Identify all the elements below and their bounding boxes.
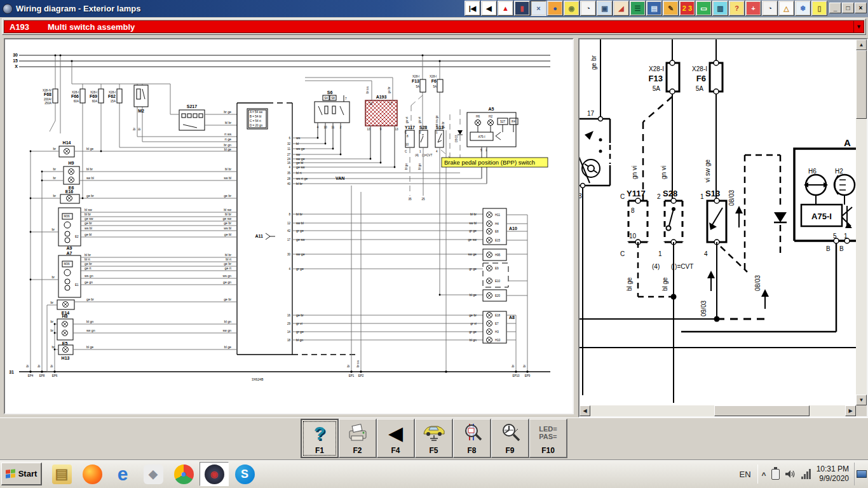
- diagram-label: EP1: [349, 374, 355, 377]
- horizontal-scrollbar-thumb[interactable]: [714, 405, 810, 416]
- diagram-label: H10: [495, 339, 501, 342]
- numbers-icon[interactable]: 2 3: [679, 1, 695, 16]
- diagram-label: bl ge: [626, 277, 633, 291]
- vertical-scrollbar[interactable]: ▲ ▼: [856, 39, 867, 405]
- diagram-label: A193: [376, 95, 387, 99]
- diagram-label: E16: [65, 189, 74, 194]
- diagram-label: bl rt: [85, 257, 90, 261]
- f10-led-pas-button[interactable]: LED= PAS= F10: [529, 419, 567, 458]
- f2-print-button[interactable]: F2: [339, 419, 377, 458]
- diagram-label: A9: [67, 246, 72, 250]
- diagnostics-app-icon[interactable]: ◆: [139, 462, 168, 486]
- vertical-scrollbar-thumb[interactable]: [856, 50, 867, 119]
- go-first-icon[interactable]: |◀: [465, 1, 480, 16]
- wiring-app-icon[interactable]: ◉: [200, 462, 229, 486]
- file-manager-icon[interactable]: ▤: [47, 462, 76, 486]
- wiring-diagram-zoom-panel[interactable]: ge br173X28-IF135AX28-IF65Agn vign vivi …: [578, 38, 868, 417]
- mouse-icon[interactable]: ◉: [564, 1, 580, 16]
- warning-icon[interactable]: ▲: [498, 1, 513, 16]
- f5-car-ground-button[interactable]: F5: [415, 419, 453, 458]
- f9-component-search-button[interactable]: F9: [491, 419, 529, 458]
- climate-icon[interactable]: ❄: [795, 1, 811, 16]
- pen-note-icon[interactable]: ✎: [663, 1, 679, 16]
- diagram-label: ge gn: [85, 280, 93, 284]
- show-desktop-button[interactable]: [854, 463, 868, 485]
- diagram-label: 60A: [92, 100, 98, 103]
- scroll-left-button[interactable]: ◀: [580, 405, 590, 416]
- titlebar: Wiring diagram - Exterior lamps |◀ ◀ ▲ ▮: [0, 0, 868, 17]
- banner-dropdown-button[interactable]: ▼: [854, 20, 864, 33]
- diagram-label: EP2: [358, 374, 364, 377]
- close-button[interactable]: ×: [855, 3, 867, 13]
- clock[interactable]: 10:31 PM 9/9/2020: [817, 464, 849, 484]
- diagram-label: 11: [287, 147, 290, 151]
- maximize-button[interactable]: □: [842, 3, 854, 13]
- diagram-label: 17: [287, 238, 291, 241]
- diagnostic-socket-icon[interactable]: ▮: [514, 1, 530, 16]
- diagram-label: 5A: [433, 85, 437, 88]
- technician-icon[interactable]: ▣: [597, 1, 613, 16]
- printer-icon[interactable]: ▭: [696, 1, 712, 16]
- diagram-label: 5A: [653, 85, 661, 92]
- diagram-label: sw ge: [468, 252, 477, 256]
- diagram-label: 5: [833, 233, 837, 240]
- diagram-label: br: [50, 329, 53, 332]
- language-indicator[interactable]: EN: [740, 470, 751, 479]
- skype-icon[interactable]: S: [230, 462, 259, 486]
- diagram-label: gr vi: [296, 322, 302, 325]
- diagram-label: ws bl: [85, 226, 92, 230]
- minimize-button[interactable]: _: [829, 3, 841, 13]
- diagram-label: 13: [367, 128, 370, 131]
- diagram-label: sw bl: [224, 176, 231, 180]
- diagram-label: 15: [13, 58, 18, 63]
- service-tools-icon[interactable]: ×: [531, 1, 546, 16]
- diagram-label: 4: [288, 268, 290, 271]
- lift-icon[interactable]: ☰: [630, 1, 646, 16]
- wiring-diagram-overview-panel[interactable]: 3015X31X28-IVF68200A/250AX28-IF6660AX28-…: [4, 38, 574, 414]
- garage-icon[interactable]: ▤: [646, 1, 662, 16]
- globe-icon[interactable]: ●: [547, 1, 563, 16]
- diagram-label: EP6: [52, 374, 58, 377]
- chrome-icon[interactable]: ●: [169, 462, 198, 486]
- battery-icon[interactable]: [771, 469, 780, 480]
- diagram-label: bl ge: [224, 345, 231, 349]
- diagram-label: F13: [649, 74, 663, 83]
- hazard-icon[interactable]: △: [778, 1, 794, 16]
- gauge-clock-icon[interactable]: ◔: [580, 1, 596, 16]
- start-button[interactable]: Start: [1, 463, 42, 485]
- taskbar: Start ▤ e ◆ ●: [0, 459, 868, 488]
- battery-tool-icon[interactable]: ▯: [811, 1, 827, 16]
- diagram-label: 1: [658, 250, 662, 257]
- car-ramp-icon[interactable]: ◢: [613, 1, 629, 16]
- f8-wiring-search-button[interactable]: F8: [453, 419, 491, 458]
- abs-gauge-icon[interactable]: ◔: [762, 1, 778, 16]
- go-back-icon[interactable]: ◀: [481, 1, 497, 16]
- f1-help-button[interactable]: ? F1: [301, 419, 339, 458]
- back-icon: ◀: [377, 421, 414, 445]
- volume-icon[interactable]: [785, 469, 796, 479]
- scroll-down-button[interactable]: ▼: [856, 395, 867, 405]
- horizontal-scrollbar[interactable]: ◀ ▶: [580, 405, 856, 416]
- diagram-label: 16: [287, 314, 291, 317]
- diagram-label: gr ge: [469, 229, 477, 233]
- window-controls: _ □ ×: [829, 3, 867, 13]
- scroll-up-button[interactable]: ▲: [856, 39, 867, 50]
- diagram-label: H6: [808, 168, 817, 175]
- chevron-up-icon[interactable]: ^: [762, 471, 766, 480]
- internet-explorer-icon[interactable]: e: [108, 462, 137, 486]
- diagram-label: X28-I: [430, 75, 437, 78]
- firefox-icon[interactable]: [78, 462, 107, 486]
- network-icon[interactable]: [801, 469, 811, 479]
- diagram-label: br: [51, 275, 55, 279]
- diagram-label: 4: [704, 250, 708, 257]
- diagram-label: X: [15, 64, 18, 69]
- component-banner[interactable]: A193 Multi switch assembly: [4, 20, 854, 33]
- manuals-icon[interactable]: ▥: [712, 1, 728, 16]
- f4-back-button[interactable]: ◀ F4: [377, 419, 415, 458]
- parts-icon[interactable]: +: [745, 1, 761, 16]
- zoom-view[interactable]: ge br173X28-IF135AX28-IF65Agn vign vivi …: [580, 39, 856, 405]
- diagram-label: 40: [287, 182, 291, 186]
- help-car-icon[interactable]: ?: [729, 1, 745, 16]
- diagram-label: 250A: [44, 102, 52, 105]
- scroll-right-button[interactable]: ▶: [845, 405, 856, 416]
